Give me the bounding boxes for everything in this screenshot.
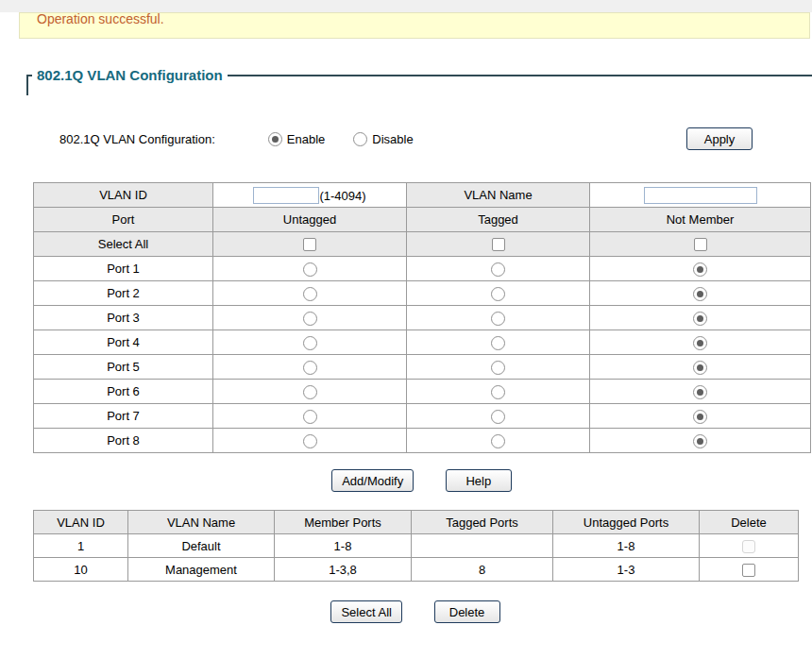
port-header-cell: Port <box>34 208 213 232</box>
table-actions: Add/Modify Help <box>33 469 810 492</box>
port-header-row: Port Untagged Tagged Not Member <box>34 208 811 232</box>
tagged-cell <box>407 355 590 380</box>
vlan-id-cell: 1 <box>34 534 128 558</box>
untagged-cell <box>213 380 407 404</box>
vlan-config-label: 802.1Q VLAN Configuration: <box>59 132 215 146</box>
not-member-radio[interactable] <box>693 312 707 326</box>
untagged-radio[interactable] <box>303 287 317 301</box>
member-ports-cell: 1-8 <box>275 534 412 558</box>
untagged-radio[interactable] <box>303 434 317 448</box>
port-label-cell: Port 2 <box>34 281 213 306</box>
vlan-membership-table: VLAN ID (1-4094) VLAN Name Port Untagged… <box>33 182 811 453</box>
tagged-ports-column-header: Tagged Ports <box>412 511 553 534</box>
delete-column-header: Delete <box>700 511 799 534</box>
not-member-cell <box>590 330 811 355</box>
disable-label: Disable <box>372 132 413 146</box>
untagged-ports-column-header: Untagged Ports <box>553 511 700 534</box>
select-all-tagged-cell <box>407 232 590 257</box>
not-member-radio[interactable] <box>693 361 707 375</box>
untagged-radio[interactable] <box>303 361 317 375</box>
select-all-row: Select All <box>34 232 811 257</box>
apply-button[interactable]: Apply <box>686 127 753 150</box>
select-all-not-member-checkbox[interactable] <box>694 238 707 251</box>
vlan-id-range-hint: (1-4094) <box>319 188 365 202</box>
vlan-name-label-cell: VLAN Name <box>407 183 590 208</box>
not-member-radio[interactable] <box>693 336 707 350</box>
not-member-radio[interactable] <box>693 287 707 301</box>
enable-radio[interactable] <box>268 132 282 146</box>
untagged-ports-cell: 1-3 <box>553 558 700 582</box>
untagged-cell <box>213 404 407 429</box>
not-member-radio[interactable] <box>693 434 707 448</box>
tagged-radio[interactable] <box>491 361 505 375</box>
untagged-cell <box>213 355 407 380</box>
untagged-radio[interactable] <box>303 410 317 424</box>
status-banner: Operation successful. <box>19 12 810 39</box>
select-all-button[interactable]: Select All <box>330 600 401 623</box>
tagged-ports-cell <box>412 534 553 558</box>
vlan-id-input-cell: (1-4094) <box>213 183 407 208</box>
not-member-cell <box>590 380 811 404</box>
delete-checkbox[interactable] <box>742 564 755 577</box>
tagged-radio[interactable] <box>491 262 505 277</box>
port-label-cell: Port 1 <box>34 257 213 281</box>
add-modify-button[interactable]: Add/Modify <box>331 469 414 492</box>
vlan-name-input[interactable] <box>644 187 757 204</box>
enable-option[interactable]: Enable <box>268 132 325 146</box>
untagged-cell <box>213 306 407 330</box>
not-member-cell <box>590 257 811 281</box>
not-member-cell <box>590 429 811 453</box>
select-all-untagged-checkbox[interactable] <box>303 238 316 251</box>
vlan-config-row: 802.1Q VLAN Configuration: Enable Disabl… <box>0 127 812 150</box>
tagged-radio[interactable] <box>491 434 505 448</box>
delete-cell <box>700 558 799 582</box>
help-button[interactable]: Help <box>446 469 512 492</box>
tagged-cell <box>407 380 590 404</box>
untagged-cell <box>213 281 407 306</box>
section-border-stub <box>26 75 28 95</box>
enable-label: Enable <box>287 132 325 146</box>
disable-radio[interactable] <box>353 132 367 146</box>
port-row: Port 2 <box>34 281 811 306</box>
delete-button[interactable]: Delete <box>434 600 500 623</box>
top-bar <box>0 0 812 12</box>
vlan-name-input-cell <box>590 183 811 208</box>
vlan-id-column-header: VLAN ID <box>34 511 128 534</box>
untagged-radio[interactable] <box>303 336 317 350</box>
not-member-radio[interactable] <box>693 385 707 399</box>
disable-option[interactable]: Disable <box>353 132 413 146</box>
list-actions: Select All Delete <box>33 600 798 623</box>
port-row: Port 8 <box>34 429 811 453</box>
not-member-radio[interactable] <box>693 410 707 424</box>
vlan-id-input[interactable] <box>253 187 319 204</box>
port-label-cell: Port 4 <box>34 330 213 355</box>
vlan-row: 1 Default 1-8 1-8 <box>34 534 799 558</box>
port-row: Port 5 <box>34 355 811 380</box>
tagged-radio[interactable] <box>491 336 505 350</box>
untagged-radio[interactable] <box>303 312 317 326</box>
member-ports-column-header: Member Ports <box>275 511 412 534</box>
select-all-not-member-cell <box>590 232 811 257</box>
port-rows: Port 1 Port 2 Port 3 Port 4 Port 5 Port … <box>34 257 811 453</box>
tagged-radio[interactable] <box>491 410 505 424</box>
page-title: 802.1Q VLAN Configuration <box>32 66 228 85</box>
vlan-list-table: VLAN ID VLAN Name Member Ports Tagged Po… <box>33 510 799 582</box>
vlan-row: 10 Management 1-3,8 8 1-3 <box>34 558 799 582</box>
select-all-tagged-checkbox[interactable] <box>492 238 505 251</box>
tagged-ports-cell: 8 <box>412 558 553 582</box>
untagged-cell <box>213 257 407 281</box>
untagged-header-cell: Untagged <box>213 208 407 232</box>
tagged-radio[interactable] <box>491 385 505 399</box>
member-ports-cell: 1-3,8 <box>275 558 412 582</box>
untagged-radio[interactable] <box>303 262 317 277</box>
port-label-cell: Port 8 <box>34 429 213 453</box>
port-row: Port 6 <box>34 380 811 404</box>
tagged-radio[interactable] <box>491 287 505 301</box>
untagged-cell <box>213 429 407 453</box>
vlan-name-cell: Default <box>128 534 275 558</box>
not-member-radio[interactable] <box>693 262 707 277</box>
tagged-radio[interactable] <box>491 312 505 326</box>
untagged-radio[interactable] <box>303 385 317 399</box>
select-all-untagged-cell <box>213 232 407 257</box>
select-all-label-cell: Select All <box>34 232 213 257</box>
